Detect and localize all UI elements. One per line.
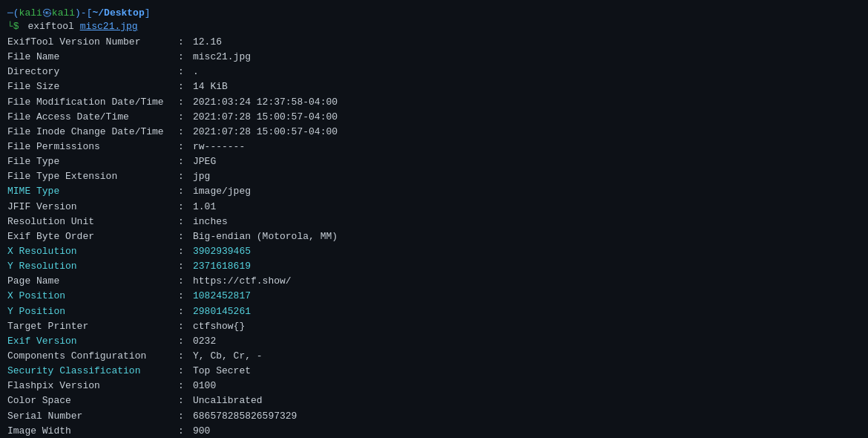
field-name: File Inode Change Date/Time (7, 125, 178, 140)
table-row: Directory: . (7, 65, 861, 79)
field-name: File Modification Date/Time (7, 95, 178, 110)
table-row: Exif Byte Order: Big-endian (Motorola, M… (7, 229, 861, 244)
table-row: File Inode Change Date/Time: 2021:07:28 … (7, 125, 861, 140)
prompt-host: kali (52, 7, 75, 19)
field-name: File Type Extension (7, 169, 178, 184)
field-value: jpg (193, 169, 210, 184)
command-argument: misc21.jpg (80, 21, 138, 32)
field-separator: : (178, 125, 187, 140)
command-text (22, 21, 28, 32)
command-name: exiftool (27, 21, 73, 32)
field-name: Page Name (7, 274, 178, 289)
field-separator: : (178, 215, 187, 229)
field-value: 900 (193, 424, 210, 438)
field-name: Target Printer (7, 319, 178, 334)
field-value: 1.01 (193, 200, 216, 215)
field-separator: : (178, 393, 187, 408)
field-value: rw------- (193, 140, 245, 154)
field-name: File Type (7, 154, 178, 169)
field-name: Y Resolution (7, 259, 178, 274)
table-row: MIME Type: image/jpeg (7, 184, 861, 199)
field-name: X Position (7, 289, 178, 304)
field-separator: : (178, 349, 187, 364)
field-value: Y, Cb, Cr, - (193, 349, 263, 364)
table-row: X Position: 1082452817 (7, 289, 861, 304)
field-value: 1082452817 (193, 289, 251, 304)
field-name: JFIF Version (7, 200, 178, 215)
table-row: Components Configuration: Y, Cb, Cr, - (7, 349, 861, 364)
field-separator: : (178, 79, 187, 94)
field-separator: : (178, 50, 187, 65)
field-name: Components Configuration (7, 349, 178, 364)
field-separator: : (178, 334, 187, 349)
table-row: Image Width: 900 (7, 424, 861, 438)
table-row: File Modification Date/Time: 2021:03:24 … (7, 95, 861, 110)
field-separator: : (178, 95, 187, 110)
field-separator: : (178, 379, 187, 393)
table-row: Resolution Unit: inches (7, 215, 861, 229)
field-separator: : (178, 184, 187, 199)
field-name: ExifTool Version Number (7, 35, 178, 50)
table-row: Flashpix Version: 0100 (7, 379, 861, 393)
prompt-user: kali (19, 7, 42, 19)
field-value: image/jpeg (193, 184, 251, 199)
table-row: File Size: 14 KiB (7, 79, 861, 94)
field-value: . (193, 65, 199, 79)
field-separator: : (178, 110, 187, 125)
field-separator: : (178, 65, 187, 79)
table-row: Y Position: 2980145261 (7, 304, 861, 319)
field-value: 2980145261 (193, 304, 251, 319)
table-row: Target Printer: ctfshow{} (7, 319, 861, 334)
prompt-dir-bracket-close: ] (145, 7, 151, 19)
field-value: 2021:07:28 15:00:57-04:00 (193, 110, 338, 125)
prompt-directory: ~/Desktop (92, 7, 144, 19)
field-value: JPEG (193, 154, 216, 169)
field-value: Uncalibrated (193, 393, 263, 408)
field-name: Resolution Unit (7, 215, 178, 229)
field-name: Color Space (7, 393, 178, 408)
prompt-bracket-close: ) (75, 7, 81, 19)
table-row: File Access Date/Time: 2021:07:28 15:00:… (7, 110, 861, 125)
field-value: 2021:03:24 12:37:58-04:00 (193, 95, 338, 110)
field-separator: : (178, 424, 187, 438)
field-name: Directory (7, 65, 178, 79)
field-name: Flashpix Version (7, 379, 178, 393)
field-separator: : (178, 140, 187, 154)
field-name: File Permissions (7, 140, 178, 154)
field-separator: : (178, 289, 187, 304)
prompt-symbol: └$ (7, 21, 19, 32)
field-value: 3902939465 (193, 244, 251, 259)
field-value: 14 KiB (193, 79, 228, 94)
table-row: File Type: JPEG (7, 154, 861, 169)
field-name: File Access Date/Time (7, 110, 178, 125)
field-separator: : (178, 364, 187, 379)
field-value: 686578285826597329 (193, 409, 297, 424)
field-value: 0232 (193, 334, 216, 349)
table-row: Exif Version: 0232 (7, 334, 861, 349)
table-row: X Resolution: 3902939465 (7, 244, 861, 259)
field-separator: : (178, 169, 187, 184)
table-row: Y Resolution: 2371618619 (7, 259, 861, 274)
field-name: MIME Type (7, 184, 178, 199)
prompt-line-1: ─(kali㉿kali)-[~/Desktop] (7, 6, 861, 19)
field-separator: : (178, 244, 187, 259)
field-name: X Resolution (7, 244, 178, 259)
field-name: Image Width (7, 424, 178, 438)
field-separator: : (178, 154, 187, 169)
field-separator: : (178, 200, 187, 215)
prompt-dir-bracket-open: [ (87, 7, 93, 19)
table-row: Serial Number: 686578285826597329 (7, 409, 861, 424)
field-name: File Name (7, 50, 178, 65)
field-name: Exif Version (7, 334, 178, 349)
field-value: 2021:07:28 15:00:57-04:00 (193, 125, 338, 140)
field-separator: : (178, 274, 187, 289)
field-separator: : (178, 304, 187, 319)
field-name: Security Classification (7, 364, 178, 379)
field-value: misc21.jpg (193, 50, 251, 65)
field-separator: : (178, 229, 187, 244)
field-separator: : (178, 35, 187, 50)
table-row: Security Classification: Top Secret (7, 364, 861, 379)
table-row: JFIF Version: 1.01 (7, 200, 861, 215)
prompt-at: ㉿ (42, 6, 52, 19)
exif-data-table: ExifTool Version Number: 12.16File Name:… (7, 35, 861, 438)
